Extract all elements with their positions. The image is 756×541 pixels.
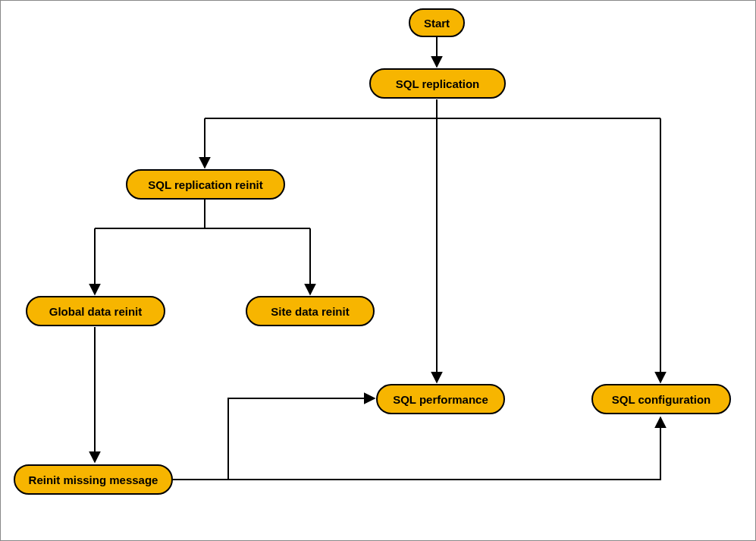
edge-missing-to-perf xyxy=(173,398,375,480)
node-start: Start xyxy=(409,8,465,37)
node-site-data-reinit: Site data reinit xyxy=(246,296,375,326)
node-sql-replication: SQL replication xyxy=(369,68,506,99)
node-sql-configuration: SQL configuration xyxy=(591,384,731,414)
edge-missing-to-config xyxy=(173,417,660,480)
node-sql-performance: SQL performance xyxy=(376,384,505,414)
node-sql-replication-reinit: SQL replication reinit xyxy=(126,169,285,200)
node-global-data-reinit: Global data reinit xyxy=(26,296,165,326)
node-reinit-missing-message: Reinit missing message xyxy=(14,464,173,495)
flowchart-canvas: Start SQL replication SQL replication re… xyxy=(0,0,756,541)
